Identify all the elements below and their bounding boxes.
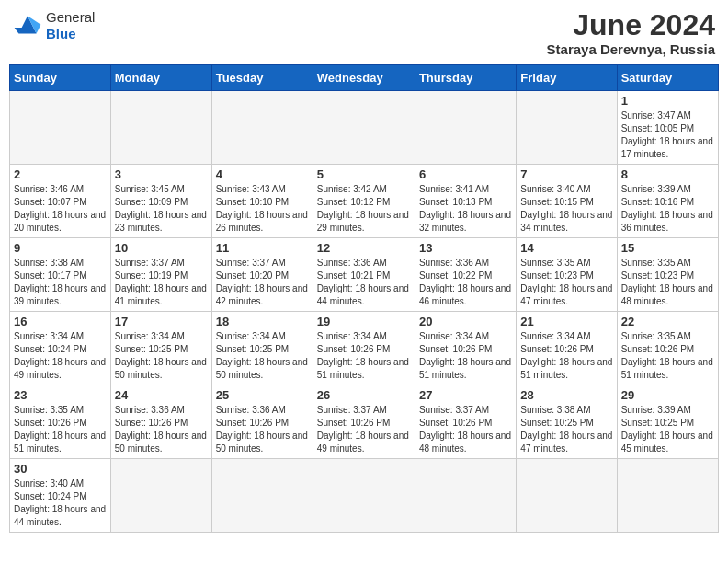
day-info: Sunrise: 3:41 AM Sunset: 10:13 PM Daylig… bbox=[419, 183, 512, 235]
weekday-header-row: SundayMondayTuesdayWednesdayThursdayFrid… bbox=[10, 65, 719, 91]
calendar-day-cell: 9Sunrise: 3:38 AM Sunset: 10:17 PM Dayli… bbox=[10, 238, 111, 312]
day-info: Sunrise: 3:43 AM Sunset: 10:10 PM Daylig… bbox=[216, 183, 309, 235]
day-info: Sunrise: 3:42 AM Sunset: 10:12 PM Daylig… bbox=[317, 183, 411, 235]
day-number: 6 bbox=[419, 167, 512, 181]
calendar-day-cell: 7Sunrise: 3:40 AM Sunset: 10:15 PM Dayli… bbox=[517, 165, 617, 238]
calendar-day-cell: 21Sunrise: 3:34 AM Sunset: 10:26 PM Dayl… bbox=[517, 312, 617, 385]
calendar-day-cell: 27Sunrise: 3:37 AM Sunset: 10:26 PM Dayl… bbox=[415, 385, 516, 459]
calendar-week-row: 16Sunrise: 3:34 AM Sunset: 10:24 PM Dayl… bbox=[10, 312, 719, 385]
weekday-header-saturday: Saturday bbox=[617, 65, 718, 91]
calendar-week-row: 30Sunrise: 3:40 AM Sunset: 10:24 PM Dayl… bbox=[10, 459, 719, 533]
logo-text: General Blue bbox=[46, 9, 95, 42]
day-info: Sunrise: 3:34 AM Sunset: 10:26 PM Daylig… bbox=[419, 330, 512, 382]
day-number: 11 bbox=[216, 241, 309, 255]
day-info: Sunrise: 3:40 AM Sunset: 10:24 PM Daylig… bbox=[14, 477, 107, 529]
day-info: Sunrise: 3:46 AM Sunset: 10:07 PM Daylig… bbox=[14, 183, 107, 235]
day-number: 26 bbox=[317, 388, 411, 402]
calendar-day-cell: 29Sunrise: 3:39 AM Sunset: 10:25 PM Dayl… bbox=[617, 385, 718, 459]
calendar-day-cell: 24Sunrise: 3:36 AM Sunset: 10:26 PM Dayl… bbox=[110, 385, 211, 459]
day-info: Sunrise: 3:45 AM Sunset: 10:09 PM Daylig… bbox=[115, 183, 208, 235]
calendar-day-cell: 12Sunrise: 3:36 AM Sunset: 10:21 PM Dayl… bbox=[313, 238, 415, 312]
day-number: 25 bbox=[216, 388, 309, 402]
calendar-day-cell: 18Sunrise: 3:34 AM Sunset: 10:25 PM Dayl… bbox=[211, 312, 313, 385]
day-info: Sunrise: 3:36 AM Sunset: 10:21 PM Daylig… bbox=[317, 257, 411, 308]
day-number: 9 bbox=[14, 241, 107, 255]
calendar-day-cell bbox=[10, 91, 111, 165]
calendar-day-cell: 1Sunrise: 3:47 AM Sunset: 10:05 PM Dayli… bbox=[617, 91, 718, 165]
day-info: Sunrise: 3:35 AM Sunset: 10:26 PM Daylig… bbox=[621, 330, 714, 382]
calendar-day-cell: 5Sunrise: 3:42 AM Sunset: 10:12 PM Dayli… bbox=[313, 165, 415, 238]
calendar-week-row: 9Sunrise: 3:38 AM Sunset: 10:17 PM Dayli… bbox=[10, 238, 719, 312]
calendar-day-cell: 4Sunrise: 3:43 AM Sunset: 10:10 PM Dayli… bbox=[211, 165, 313, 238]
day-info: Sunrise: 3:40 AM Sunset: 10:15 PM Daylig… bbox=[520, 183, 612, 235]
calendar-day-cell bbox=[517, 91, 617, 165]
calendar-day-cell: 23Sunrise: 3:35 AM Sunset: 10:26 PM Dayl… bbox=[10, 385, 111, 459]
calendar-day-cell bbox=[415, 91, 516, 165]
day-info: Sunrise: 3:37 AM Sunset: 10:20 PM Daylig… bbox=[216, 257, 309, 308]
calendar-day-cell: 26Sunrise: 3:37 AM Sunset: 10:26 PM Dayl… bbox=[313, 385, 415, 459]
calendar-day-cell: 6Sunrise: 3:41 AM Sunset: 10:13 PM Dayli… bbox=[415, 165, 516, 238]
day-number: 12 bbox=[317, 241, 411, 255]
day-number: 10 bbox=[115, 241, 208, 255]
day-info: Sunrise: 3:36 AM Sunset: 10:26 PM Daylig… bbox=[216, 404, 309, 455]
day-number: 1 bbox=[621, 94, 714, 108]
day-number: 23 bbox=[14, 388, 107, 402]
day-number: 17 bbox=[115, 315, 208, 328]
day-number: 8 bbox=[621, 167, 714, 181]
day-number: 28 bbox=[520, 388, 612, 402]
calendar-day-cell bbox=[110, 459, 211, 533]
logo-icon bbox=[13, 13, 42, 39]
day-info: Sunrise: 3:36 AM Sunset: 10:26 PM Daylig… bbox=[115, 404, 208, 455]
calendar-day-cell bbox=[110, 91, 211, 165]
day-info: Sunrise: 3:38 AM Sunset: 10:25 PM Daylig… bbox=[520, 404, 612, 455]
calendar-day-cell: 19Sunrise: 3:34 AM Sunset: 10:26 PM Dayl… bbox=[313, 312, 415, 385]
day-info: Sunrise: 3:34 AM Sunset: 10:25 PM Daylig… bbox=[115, 330, 208, 382]
calendar-day-cell: 3Sunrise: 3:45 AM Sunset: 10:09 PM Dayli… bbox=[110, 165, 211, 238]
day-info: Sunrise: 3:37 AM Sunset: 10:19 PM Daylig… bbox=[115, 257, 208, 308]
day-info: Sunrise: 3:39 AM Sunset: 10:16 PM Daylig… bbox=[621, 183, 714, 235]
calendar-day-cell: 25Sunrise: 3:36 AM Sunset: 10:26 PM Dayl… bbox=[211, 385, 313, 459]
day-info: Sunrise: 3:39 AM Sunset: 10:25 PM Daylig… bbox=[621, 404, 714, 455]
month-title: June 2024 bbox=[547, 9, 715, 41]
day-info: Sunrise: 3:36 AM Sunset: 10:22 PM Daylig… bbox=[419, 257, 512, 308]
calendar-table: SundayMondayTuesdayWednesdayThursdayFrid… bbox=[9, 64, 719, 533]
calendar-day-cell: 17Sunrise: 3:34 AM Sunset: 10:25 PM Dayl… bbox=[110, 312, 211, 385]
calendar-day-cell: 28Sunrise: 3:38 AM Sunset: 10:25 PM Dayl… bbox=[517, 385, 617, 459]
calendar-day-cell: 30Sunrise: 3:40 AM Sunset: 10:24 PM Dayl… bbox=[10, 459, 111, 533]
calendar-day-cell: 8Sunrise: 3:39 AM Sunset: 10:16 PM Dayli… bbox=[617, 165, 718, 238]
day-number: 19 bbox=[317, 315, 411, 328]
day-number: 22 bbox=[621, 315, 714, 328]
calendar-week-row: 2Sunrise: 3:46 AM Sunset: 10:07 PM Dayli… bbox=[10, 165, 719, 238]
day-number: 4 bbox=[216, 167, 309, 181]
day-info: Sunrise: 3:35 AM Sunset: 10:26 PM Daylig… bbox=[14, 404, 107, 455]
day-info: Sunrise: 3:37 AM Sunset: 10:26 PM Daylig… bbox=[317, 404, 411, 455]
day-number: 27 bbox=[419, 388, 512, 402]
weekday-header-wednesday: Wednesday bbox=[313, 65, 415, 91]
day-number: 2 bbox=[14, 167, 107, 181]
calendar-day-cell: 13Sunrise: 3:36 AM Sunset: 10:22 PM Dayl… bbox=[415, 238, 516, 312]
calendar-day-cell: 20Sunrise: 3:34 AM Sunset: 10:26 PM Dayl… bbox=[415, 312, 516, 385]
day-number: 24 bbox=[115, 388, 208, 402]
calendar-week-row: 1Sunrise: 3:47 AM Sunset: 10:05 PM Dayli… bbox=[10, 91, 719, 165]
day-info: Sunrise: 3:34 AM Sunset: 10:25 PM Daylig… bbox=[216, 330, 309, 382]
calendar-day-cell: 10Sunrise: 3:37 AM Sunset: 10:19 PM Dayl… bbox=[110, 238, 211, 312]
day-info: Sunrise: 3:37 AM Sunset: 10:26 PM Daylig… bbox=[419, 404, 512, 455]
day-number: 15 bbox=[621, 241, 714, 255]
day-number: 7 bbox=[520, 167, 612, 181]
day-number: 14 bbox=[520, 241, 612, 255]
calendar-day-cell: 14Sunrise: 3:35 AM Sunset: 10:23 PM Dayl… bbox=[517, 238, 617, 312]
calendar-day-cell bbox=[313, 91, 415, 165]
calendar-day-cell: 16Sunrise: 3:34 AM Sunset: 10:24 PM Dayl… bbox=[10, 312, 111, 385]
page-header: General Blue June 2024 Staraya Derevnya,… bbox=[9, 9, 719, 57]
day-number: 5 bbox=[317, 167, 411, 181]
calendar-day-cell: 11Sunrise: 3:37 AM Sunset: 10:20 PM Dayl… bbox=[211, 238, 313, 312]
calendar-day-cell: 22Sunrise: 3:35 AM Sunset: 10:26 PM Dayl… bbox=[617, 312, 718, 385]
weekday-header-friday: Friday bbox=[517, 65, 617, 91]
day-number: 21 bbox=[520, 315, 612, 328]
day-info: Sunrise: 3:34 AM Sunset: 10:24 PM Daylig… bbox=[14, 330, 107, 382]
calendar-day-cell bbox=[313, 459, 415, 533]
day-number: 20 bbox=[419, 315, 512, 328]
calendar-day-cell bbox=[617, 459, 718, 533]
location-subtitle: Staraya Derevnya, Russia bbox=[547, 41, 715, 57]
calendar-week-row: 23Sunrise: 3:35 AM Sunset: 10:26 PM Dayl… bbox=[10, 385, 719, 459]
